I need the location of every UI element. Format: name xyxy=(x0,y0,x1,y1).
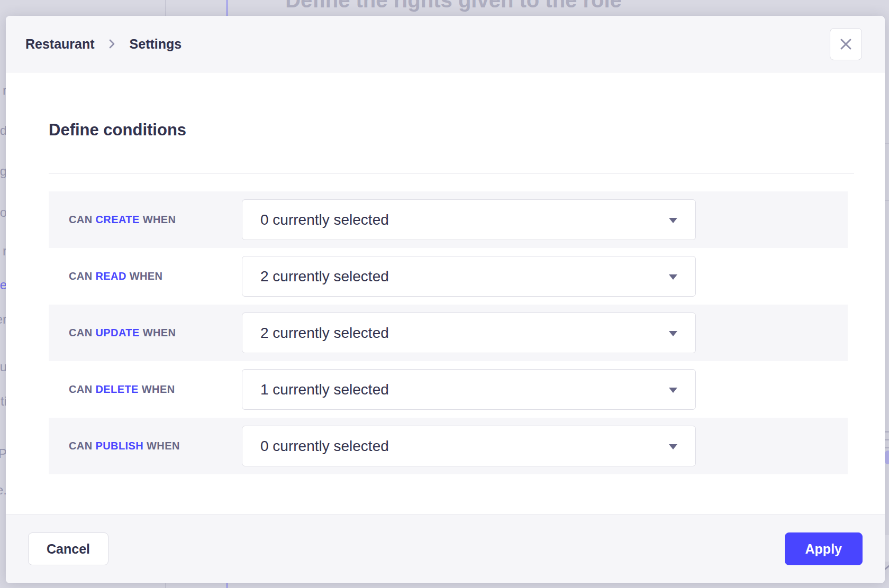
clipped-divider xyxy=(885,200,889,201)
clipped-text: P xyxy=(0,447,6,461)
delete-conditions-select[interactable]: 1 currently selected xyxy=(242,369,696,410)
breadcrumb: Restaurant Settings xyxy=(25,36,182,52)
caret-down-icon xyxy=(669,218,677,223)
modal-footer: Cancel Apply xyxy=(6,514,885,583)
condition-row-create: CAN CREATE WHEN 0 currently selected xyxy=(49,191,848,248)
selected-value: 0 currently selected xyxy=(260,438,389,455)
caret-down-icon xyxy=(669,444,677,449)
condition-row-update: CAN UPDATE WHEN 2 currently selected xyxy=(49,305,848,361)
apply-button[interactable]: Apply xyxy=(785,532,863,565)
clipped-text: g xyxy=(0,164,6,178)
clipped-text: e. xyxy=(0,483,6,497)
label-suffix: WHEN xyxy=(142,383,175,395)
clipped-text: er xyxy=(0,313,6,326)
clipped-text: o xyxy=(0,206,6,219)
modal-header: Restaurant Settings xyxy=(6,16,885,72)
update-conditions-select[interactable]: 2 currently selected xyxy=(242,313,696,353)
condition-label: CAN READ WHEN xyxy=(49,270,242,282)
condition-row-read: CAN READ WHEN 2 currently selected xyxy=(49,248,848,305)
condition-label: CAN PUBLISH WHEN xyxy=(49,440,242,452)
create-conditions-select[interactable]: 0 currently selected xyxy=(242,199,696,240)
clipped-divider xyxy=(885,143,889,144)
label-prefix: CAN xyxy=(69,383,93,395)
label-prefix: CAN xyxy=(69,270,93,282)
condition-row-delete: CAN DELETE WHEN 1 currently selected xyxy=(49,361,848,418)
condition-label: CAN UPDATE WHEN xyxy=(49,327,242,339)
caret-down-icon xyxy=(669,388,677,393)
label-action: READ xyxy=(96,270,126,282)
modal-body: Define conditions CAN CREATE WHEN 0 curr… xyxy=(6,73,885,514)
condition-label: CAN DELETE WHEN xyxy=(49,383,242,396)
clipped-text: d xyxy=(0,124,6,137)
clipped-link-text: e xyxy=(0,278,6,292)
selected-value: 2 currently selected xyxy=(260,325,389,342)
label-action: DELETE xyxy=(96,383,139,395)
selected-value: 0 currently selected xyxy=(260,212,389,228)
cancel-button[interactable]: Cancel xyxy=(28,532,108,565)
breadcrumb-item-settings: Settings xyxy=(130,36,182,52)
modal-title: Define conditions xyxy=(49,121,885,140)
condition-row-publish: CAN PUBLISH WHEN 0 currently selected xyxy=(49,418,848,474)
label-prefix: CAN xyxy=(69,327,93,338)
breadcrumb-item-restaurant: Restaurant xyxy=(25,36,95,52)
clipped-text: u xyxy=(0,360,6,374)
caret-down-icon xyxy=(669,331,677,336)
clipped-cell xyxy=(885,535,889,562)
define-conditions-modal: Restaurant Settings Define conditions CA… xyxy=(6,16,885,583)
clipped-text-line xyxy=(885,431,889,433)
background-left-edge: r d g o r e er u ti P e. xyxy=(0,0,6,588)
publish-conditions-select[interactable]: 0 currently selected xyxy=(242,426,696,466)
label-suffix: WHEN xyxy=(147,440,180,452)
selected-value: 1 currently selected xyxy=(260,381,389,398)
read-conditions-select[interactable]: 2 currently selected xyxy=(242,256,696,297)
conditions-list: CAN CREATE WHEN 0 currently selected CAN… xyxy=(49,191,848,474)
label-prefix: CAN xyxy=(69,214,93,225)
clipped-check-stroke xyxy=(885,564,889,571)
clipped-text: ti xyxy=(1,394,6,408)
clipped-text-line xyxy=(885,439,889,440)
close-button[interactable] xyxy=(830,28,862,60)
label-prefix: CAN xyxy=(69,440,93,452)
clipped-badge xyxy=(885,451,889,464)
background-right-edge: p xyxy=(885,0,889,588)
close-icon xyxy=(839,37,853,51)
caret-down-icon xyxy=(669,274,677,280)
clipped-text-line xyxy=(885,447,889,448)
label-suffix: WHEN xyxy=(143,327,176,338)
chevron-right-icon xyxy=(107,37,117,51)
label-action: PUBLISH xyxy=(96,440,144,452)
label-action: CREATE xyxy=(96,214,140,225)
label-action: UPDATE xyxy=(96,327,140,338)
label-suffix: WHEN xyxy=(130,270,163,282)
condition-label: CAN CREATE WHEN xyxy=(49,214,242,226)
label-suffix: WHEN xyxy=(143,214,176,225)
background-page-heading: Define the rights given to the role xyxy=(285,0,622,12)
title-divider xyxy=(49,173,854,174)
selected-value: 2 currently selected xyxy=(260,268,389,285)
